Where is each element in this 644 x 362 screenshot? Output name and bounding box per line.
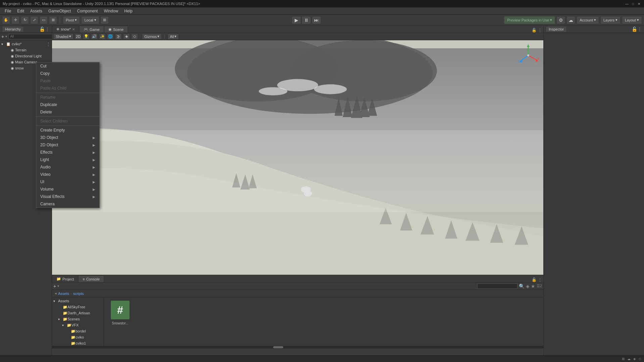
tree-assets[interactable]: ▾ Assets <box>52 298 104 304</box>
bottom-scrollbar[interactable] <box>52 346 543 349</box>
menu-help[interactable]: Help <box>121 8 135 14</box>
cloud-icon-btn[interactable]: ☁ <box>566 16 575 24</box>
inspector-tab[interactable]: Inspector <box>546 26 567 32</box>
tree-darth[interactable]: 📁 Darth_Artisan <box>52 310 104 316</box>
tool-multi[interactable]: ⊞ <box>49 16 57 24</box>
local-dropdown[interactable]: Local ▾ <box>81 16 99 24</box>
tree-item-cviko[interactable]: ▾ 📋 cviko* ⋮ <box>0 41 52 47</box>
close-btn[interactable]: ✕ <box>637 1 641 6</box>
hierarchy-search[interactable] <box>8 34 54 39</box>
layers-dropdown[interactable]: Layers ▾ <box>600 16 621 24</box>
ctx-duplicate[interactable]: Duplicate <box>36 101 99 108</box>
ctx-delete[interactable]: Delete <box>36 108 99 116</box>
ctx-camera[interactable]: Camera <box>36 200 99 208</box>
tree-vfx[interactable]: ▾ 📁 VFX <box>52 322 104 328</box>
ctx-cut[interactable]: Cut <box>36 62 99 70</box>
breadcrumb-assets[interactable]: Assets <box>58 292 69 296</box>
preview-packages-btn[interactable]: Preview Packages in Use ▾ <box>504 16 555 24</box>
menu-assets[interactable]: Assets <box>28 8 45 14</box>
project-add-btn[interactable]: + <box>53 283 56 289</box>
pivot-dropdown[interactable]: Pivot ▾ <box>63 16 80 24</box>
flare-btn[interactable]: ◈ <box>123 34 130 40</box>
project-add-arrow[interactable]: ▾ <box>57 284 59 288</box>
maximize-btn[interactable]: □ <box>631 1 635 6</box>
status-icon-3[interactable]: ◈ <box>633 357 636 361</box>
shaded-dropdown[interactable]: Shaded ▾ <box>53 34 73 40</box>
hierarchy-more-icon[interactable]: ⋮ <box>45 27 50 32</box>
tab-console[interactable]: ≡ Console <box>78 275 104 282</box>
tool-hand[interactable]: ✋ <box>2 16 10 24</box>
hierarchy-tab[interactable]: Hierarchy <box>2 26 24 32</box>
bottom-search-icon[interactable]: 🔍 <box>519 283 525 289</box>
status-icon-2[interactable]: ☁ <box>627 357 631 361</box>
breadcrumb-scripts[interactable]: scripts <box>73 292 84 296</box>
bottom-lock-icon[interactable]: 🔓 <box>532 277 537 282</box>
ctx-light[interactable]: Light ▶ <box>36 156 99 163</box>
ctx-copy[interactable]: Copy <box>36 70 99 77</box>
ctx-volume[interactable]: Volume ▶ <box>36 186 99 193</box>
tab-game[interactable]: 🎮 Game <box>79 26 104 33</box>
skybox-btn[interactable]: 🌐 <box>107 34 114 40</box>
tree-item-terrain[interactable]: ◉ Terrain <box>0 47 52 53</box>
all-dropdown[interactable]: All ▾ <box>167 34 179 40</box>
tree-allskyfree[interactable]: 📁 AllSkyFree <box>52 304 104 310</box>
fx-btn[interactable]: ✨ <box>99 34 106 40</box>
ctx-visual-effects[interactable]: Visual Effects ▶ <box>36 193 99 200</box>
hierarchy-add-btn[interactable]: + <box>1 34 4 39</box>
gizmos-dropdown[interactable]: Gizmos ▾ <box>142 34 162 40</box>
tree-item-directional-light[interactable]: ◉ Directional Light <box>0 53 52 59</box>
ctx-audio[interactable]: Audio ▶ <box>36 163 99 171</box>
asset-snowstor[interactable]: # Snowstor... <box>107 300 134 325</box>
tool-rotate[interactable]: ↻ <box>21 16 29 24</box>
tool-rect[interactable]: ▭ <box>40 16 48 24</box>
menu-component[interactable]: Component <box>74 8 100 14</box>
postfx-btn[interactable]: ◇ <box>131 34 138 40</box>
inspector-more-icon[interactable]: ⋮ <box>637 27 642 32</box>
scene-view[interactable]: Y X Z <box>52 40 543 281</box>
scene-gizmo[interactable]: Y X Z <box>516 44 540 67</box>
menu-window[interactable]: Window <box>101 8 121 14</box>
audio-btn[interactable]: 🔊 <box>91 34 98 40</box>
pause-btn[interactable]: ⏸ <box>302 16 311 24</box>
bottom-more-icon[interactable]: ⋮ <box>538 277 542 282</box>
2d-btn[interactable]: 2D <box>75 34 82 40</box>
ctx-create-empty[interactable]: Create Empty <box>36 126 99 134</box>
ctx-3d-object[interactable]: 3D Object ▶ <box>36 134 99 141</box>
menu-gameobject[interactable]: GameObject <box>46 8 73 14</box>
bottom-star-icon[interactable]: ★ <box>531 283 535 289</box>
hierarchy-add-arrow[interactable]: ▾ <box>5 35 7 38</box>
step-btn[interactable]: ⏭ <box>312 16 321 24</box>
inspector-lock-icon[interactable]: 🔓 <box>632 27 637 32</box>
hierarchy-lock-icon[interactable]: 🔓 <box>39 27 45 32</box>
snap-btn[interactable]: ⊞ <box>101 16 109 24</box>
tree-scenes[interactable]: ▾ 📁 Scenes <box>52 316 104 322</box>
tab-snow[interactable]: ❄ snow* ✕ <box>52 26 79 33</box>
menu-file[interactable]: File <box>2 8 14 14</box>
scrollbar-thumb[interactable] <box>273 346 283 348</box>
scene-lock-icon[interactable]: 🔓 <box>532 28 537 33</box>
ctx-2d-object[interactable]: 2D Object ▶ <box>36 141 99 149</box>
tree-cviko1[interactable]: 📁 cviko1 <box>52 340 104 346</box>
cviko-more-icon[interactable]: ⋮ <box>46 42 50 46</box>
ctx-effects[interactable]: Effects ▶ <box>36 149 99 156</box>
lighting-btn[interactable]: 💡 <box>83 34 90 40</box>
tree-cviko[interactable]: 📁 cviko <box>52 334 104 340</box>
bottom-filter-icon[interactable]: ◈ <box>526 283 530 289</box>
scene-more-icon[interactable]: ⋮ <box>538 28 542 33</box>
collab-icon-btn[interactable]: ⚙ <box>556 16 565 24</box>
tool-scale[interactable]: ⤢ <box>30 16 38 24</box>
status-icon-4[interactable]: ◇ <box>639 357 641 361</box>
account-dropdown[interactable]: Account ▾ <box>577 16 599 24</box>
tab-scene[interactable]: ◉ Scene <box>104 26 128 33</box>
ctx-ui[interactable]: UI ▶ <box>36 178 99 186</box>
tree-bordel[interactable]: 📁 bordel <box>52 328 104 334</box>
status-icon-1[interactable]: ⊞ <box>622 357 625 361</box>
layout-dropdown[interactable]: Layout ▾ <box>622 16 642 24</box>
tab-snow-close[interactable]: ✕ <box>72 28 75 31</box>
ctx-video[interactable]: Video ▶ <box>36 171 99 178</box>
minimize-btn[interactable]: — <box>625 1 629 6</box>
fog-btn[interactable]: 🌫 <box>115 34 122 40</box>
tool-move[interactable]: ✛ <box>11 16 19 24</box>
tab-project[interactable]: 📁 Project <box>52 275 78 282</box>
bottom-search-input[interactable] <box>477 283 517 289</box>
